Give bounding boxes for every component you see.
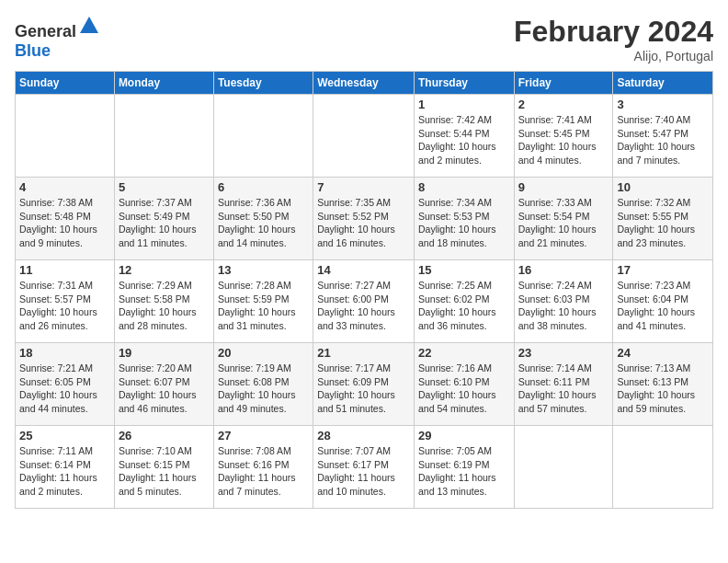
day-info: Sunrise: 7:08 AM Sunset: 6:16 PM Dayligh… xyxy=(218,444,309,499)
calendar-cell: 23Sunrise: 7:14 AM Sunset: 6:11 PM Dayli… xyxy=(514,343,613,426)
day-info: Sunrise: 7:32 AM Sunset: 5:55 PM Dayligh… xyxy=(617,196,709,250)
calendar-cell xyxy=(313,95,415,178)
day-info: Sunrise: 7:37 AM Sunset: 5:49 PM Dayligh… xyxy=(119,196,210,250)
day-info: Sunrise: 7:17 AM Sunset: 6:09 PM Dayligh… xyxy=(317,362,410,416)
weekday-header-sunday: Sunday xyxy=(16,72,115,95)
day-number: 9 xyxy=(518,180,609,194)
day-info: Sunrise: 7:31 AM Sunset: 5:57 PM Dayligh… xyxy=(19,279,110,333)
day-number: 15 xyxy=(418,263,510,277)
calendar-cell: 20Sunrise: 7:19 AM Sunset: 6:08 PM Dayli… xyxy=(213,343,313,426)
calendar-cell: 28Sunrise: 7:07 AM Sunset: 6:17 PM Dayli… xyxy=(313,426,415,509)
day-number: 18 xyxy=(19,346,110,360)
day-info: Sunrise: 7:14 AM Sunset: 6:11 PM Dayligh… xyxy=(518,362,609,416)
day-info: Sunrise: 7:36 AM Sunset: 5:50 PM Dayligh… xyxy=(218,196,309,250)
day-info: Sunrise: 7:05 AM Sunset: 6:19 PM Dayligh… xyxy=(418,444,510,499)
calendar-cell: 4Sunrise: 7:38 AM Sunset: 5:48 PM Daylig… xyxy=(16,178,115,260)
calendar-cell: 15Sunrise: 7:25 AM Sunset: 6:02 PM Dayli… xyxy=(414,260,514,343)
day-number: 28 xyxy=(317,429,410,442)
day-info: Sunrise: 7:28 AM Sunset: 5:59 PM Dayligh… xyxy=(218,279,309,333)
day-info: Sunrise: 7:19 AM Sunset: 6:08 PM Dayligh… xyxy=(218,362,309,416)
day-info: Sunrise: 7:16 AM Sunset: 6:10 PM Dayligh… xyxy=(418,362,510,416)
calendar-cell: 10Sunrise: 7:32 AM Sunset: 5:55 PM Dayli… xyxy=(613,178,713,260)
day-number: 4 xyxy=(19,180,110,194)
calendar-cell xyxy=(213,95,313,178)
calendar-table: SundayMondayTuesdayWednesdayThursdayFrid… xyxy=(15,71,713,509)
calendar-cell: 1Sunrise: 7:42 AM Sunset: 5:44 PM Daylig… xyxy=(414,95,514,178)
calendar-cell: 6Sunrise: 7:36 AM Sunset: 5:50 PM Daylig… xyxy=(213,178,313,260)
day-number: 24 xyxy=(617,346,709,360)
calendar-week-row: 18Sunrise: 7:21 AM Sunset: 6:05 PM Dayli… xyxy=(16,343,713,426)
calendar-cell: 3Sunrise: 7:40 AM Sunset: 5:47 PM Daylig… xyxy=(613,95,713,178)
month-year-title: February 2024 xyxy=(514,15,713,49)
calendar-cell: 13Sunrise: 7:28 AM Sunset: 5:59 PM Dayli… xyxy=(213,260,313,343)
day-number: 23 xyxy=(518,346,609,360)
day-number: 13 xyxy=(218,263,309,277)
svg-marker-0 xyxy=(80,17,98,33)
day-number: 3 xyxy=(617,98,709,111)
logo-general: General xyxy=(15,22,76,40)
calendar-cell: 8Sunrise: 7:34 AM Sunset: 5:53 PM Daylig… xyxy=(414,178,514,260)
day-number: 21 xyxy=(317,346,410,360)
day-info: Sunrise: 7:41 AM Sunset: 5:45 PM Dayligh… xyxy=(518,113,609,167)
day-info: Sunrise: 7:27 AM Sunset: 6:00 PM Dayligh… xyxy=(317,279,410,333)
page-header: General Blue February 2024 Alijo, Portug… xyxy=(15,15,713,63)
calendar-cell: 2Sunrise: 7:41 AM Sunset: 5:45 PM Daylig… xyxy=(514,95,613,178)
calendar-cell: 16Sunrise: 7:24 AM Sunset: 6:03 PM Dayli… xyxy=(514,260,613,343)
calendar-week-row: 11Sunrise: 7:31 AM Sunset: 5:57 PM Dayli… xyxy=(16,260,713,343)
day-number: 2 xyxy=(518,98,609,111)
day-number: 27 xyxy=(218,429,309,442)
day-number: 1 xyxy=(418,98,510,111)
day-info: Sunrise: 7:35 AM Sunset: 5:52 PM Dayligh… xyxy=(317,196,410,250)
day-number: 6 xyxy=(218,180,309,194)
day-info: Sunrise: 7:34 AM Sunset: 5:53 PM Dayligh… xyxy=(418,196,510,250)
calendar-cell: 22Sunrise: 7:16 AM Sunset: 6:10 PM Dayli… xyxy=(414,343,514,426)
weekday-header-tuesday: Tuesday xyxy=(213,72,313,95)
weekday-header-monday: Monday xyxy=(114,72,213,95)
calendar-cell: 12Sunrise: 7:29 AM Sunset: 5:58 PM Dayli… xyxy=(114,260,213,343)
calendar-week-row: 4Sunrise: 7:38 AM Sunset: 5:48 PM Daylig… xyxy=(16,178,713,260)
day-number: 22 xyxy=(418,346,510,360)
day-number: 5 xyxy=(119,180,210,194)
day-number: 7 xyxy=(317,180,410,194)
day-number: 26 xyxy=(119,429,210,442)
calendar-cell: 19Sunrise: 7:20 AM Sunset: 6:07 PM Dayli… xyxy=(114,343,213,426)
calendar-cell: 14Sunrise: 7:27 AM Sunset: 6:00 PM Dayli… xyxy=(313,260,415,343)
calendar-cell xyxy=(514,426,613,509)
day-info: Sunrise: 7:20 AM Sunset: 6:07 PM Dayligh… xyxy=(119,362,210,416)
day-number: 10 xyxy=(617,180,709,194)
calendar-cell: 7Sunrise: 7:35 AM Sunset: 5:52 PM Daylig… xyxy=(313,178,415,260)
weekday-header-saturday: Saturday xyxy=(613,72,713,95)
weekday-header-row: SundayMondayTuesdayWednesdayThursdayFrid… xyxy=(16,72,713,95)
logo: General Blue xyxy=(15,15,100,61)
day-number: 12 xyxy=(119,263,210,277)
weekday-header-thursday: Thursday xyxy=(414,72,514,95)
day-info: Sunrise: 7:13 AM Sunset: 6:13 PM Dayligh… xyxy=(617,362,709,416)
calendar-cell: 9Sunrise: 7:33 AM Sunset: 5:54 PM Daylig… xyxy=(514,178,613,260)
weekday-header-friday: Friday xyxy=(514,72,613,95)
calendar-cell: 25Sunrise: 7:11 AM Sunset: 6:14 PM Dayli… xyxy=(16,426,115,509)
calendar-cell: 21Sunrise: 7:17 AM Sunset: 6:09 PM Dayli… xyxy=(313,343,415,426)
calendar-cell xyxy=(114,95,213,178)
logo-blue: Blue xyxy=(15,41,51,60)
calendar-cell xyxy=(613,426,713,509)
day-number: 11 xyxy=(19,263,110,277)
day-number: 19 xyxy=(119,346,210,360)
calendar-week-row: 1Sunrise: 7:42 AM Sunset: 5:44 PM Daylig… xyxy=(16,95,713,178)
calendar-cell: 5Sunrise: 7:37 AM Sunset: 5:49 PM Daylig… xyxy=(114,178,213,260)
calendar-cell: 18Sunrise: 7:21 AM Sunset: 6:05 PM Dayli… xyxy=(16,343,115,426)
day-info: Sunrise: 7:07 AM Sunset: 6:17 PM Dayligh… xyxy=(317,444,410,499)
day-info: Sunrise: 7:10 AM Sunset: 6:15 PM Dayligh… xyxy=(119,444,210,499)
calendar-cell: 24Sunrise: 7:13 AM Sunset: 6:13 PM Dayli… xyxy=(613,343,713,426)
calendar-cell: 29Sunrise: 7:05 AM Sunset: 6:19 PM Dayli… xyxy=(414,426,514,509)
calendar-week-row: 25Sunrise: 7:11 AM Sunset: 6:14 PM Dayli… xyxy=(16,426,713,509)
day-number: 14 xyxy=(317,263,410,277)
day-number: 17 xyxy=(617,263,709,277)
day-info: Sunrise: 7:40 AM Sunset: 5:47 PM Dayligh… xyxy=(617,113,709,167)
calendar-cell: 27Sunrise: 7:08 AM Sunset: 6:16 PM Dayli… xyxy=(213,426,313,509)
day-number: 20 xyxy=(218,346,309,360)
day-info: Sunrise: 7:38 AM Sunset: 5:48 PM Dayligh… xyxy=(19,196,110,250)
title-block: February 2024 Alijo, Portugal xyxy=(514,15,713,63)
calendar-cell: 11Sunrise: 7:31 AM Sunset: 5:57 PM Dayli… xyxy=(16,260,115,343)
day-number: 25 xyxy=(19,429,110,442)
logo-text: General Blue xyxy=(15,15,100,61)
